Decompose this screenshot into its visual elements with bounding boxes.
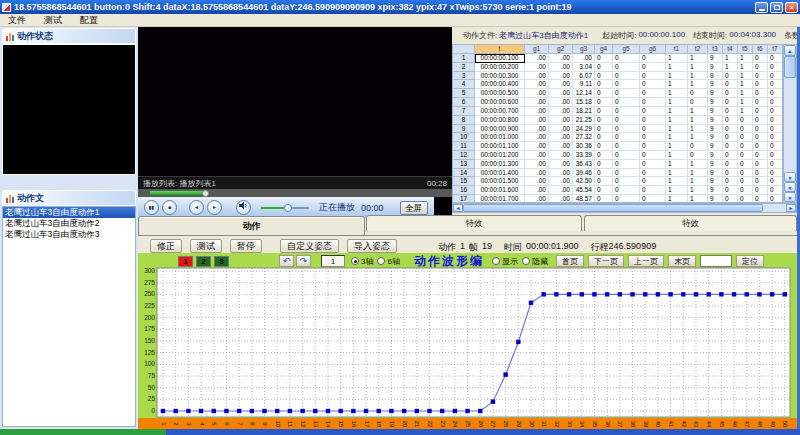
table-cell[interactable]: 0 <box>723 160 738 169</box>
table-cell[interactable]: 0 <box>595 116 613 125</box>
table-cell[interactable]: 00:00:01.500 <box>475 177 525 186</box>
table-cell[interactable]: .00 <box>549 186 573 195</box>
table-cell[interactable]: 0 <box>595 142 613 151</box>
table-cell[interactable]: 0 <box>640 177 666 186</box>
table-cell[interactable]: 00:00:01.300 <box>475 160 525 169</box>
table-cell[interactable]: 1 <box>738 63 753 72</box>
table-cell[interactable]: 0 <box>768 54 783 63</box>
table-cell[interactable]: .00 <box>525 169 549 178</box>
table-cell[interactable]: .00 <box>525 107 549 116</box>
table-cell[interactable]: 16 <box>453 186 475 195</box>
scroll-down-button[interactable]: ▼ <box>784 182 796 192</box>
table-cell[interactable]: 1 <box>738 72 753 81</box>
table-cell[interactable]: 1 <box>688 133 708 142</box>
table-cell[interactable]: 0 <box>738 177 753 186</box>
table-cell[interactable]: 0 <box>738 169 753 178</box>
column-header-t2[interactable]: t2 <box>688 45 708 54</box>
table-cell[interactable]: 1 <box>688 63 708 72</box>
table-cell[interactable]: 30.36 <box>573 142 595 151</box>
table-corner-cell[interactable] <box>453 45 475 54</box>
table-cell[interactable]: 0 <box>753 54 768 63</box>
table-cell[interactable]: 1 <box>688 195 708 203</box>
table-cell[interactable]: 0 <box>753 72 768 81</box>
action-button-0[interactable]: 修正 <box>150 239 182 253</box>
table-cell[interactable]: 48.57 <box>573 195 595 203</box>
scroll-right-button[interactable]: ► <box>786 204 796 212</box>
table-cell[interactable]: 0 <box>753 80 768 89</box>
table-cell[interactable]: 17 <box>453 195 475 203</box>
table-cell[interactable]: 0 <box>768 160 783 169</box>
next-button[interactable]: ► <box>207 200 222 215</box>
table-cell[interactable]: 1 <box>723 63 738 72</box>
table-cell[interactable]: 0 <box>723 195 738 203</box>
table-cell[interactable]: 0 <box>768 98 783 107</box>
table-cell[interactable]: 0 <box>613 72 640 81</box>
table-cell[interactable]: 1 <box>666 63 688 72</box>
table-cell[interactable]: 0 <box>640 142 666 151</box>
table-cell[interactable]: 0 <box>723 142 738 151</box>
table-cell[interactable]: 9 <box>708 89 723 98</box>
table-cell[interactable]: .00 <box>525 89 549 98</box>
table-cell[interactable]: 1 <box>666 80 688 89</box>
table-cell[interactable]: 0 <box>613 116 640 125</box>
table-cell[interactable]: 1 <box>666 133 688 142</box>
table-cell[interactable]: 0 <box>768 195 783 203</box>
table-cell[interactable]: 00:00:01.200 <box>475 151 525 160</box>
table-cell[interactable]: 0 <box>595 177 613 186</box>
table-cell[interactable]: 0 <box>613 80 640 89</box>
table-cell[interactable]: 0 <box>688 151 708 160</box>
table-cell[interactable]: 1 <box>738 54 753 63</box>
table-cell[interactable]: 0 <box>613 107 640 116</box>
table-cell[interactable]: 33.39 <box>573 151 595 160</box>
table-cell[interactable]: 9 <box>708 80 723 89</box>
seek-handle[interactable] <box>202 190 209 197</box>
column-header-t6[interactable]: t6 <box>753 45 768 54</box>
previous-button[interactable]: ◄ <box>189 200 204 215</box>
table-cell[interactable]: 00:00:00.500 <box>475 89 525 98</box>
table-cell[interactable]: 9 <box>708 160 723 169</box>
column-header-t5[interactable]: t5 <box>738 45 753 54</box>
table-cell[interactable]: 1 <box>738 80 753 89</box>
table-cell[interactable]: 00:00:01.000 <box>475 133 525 142</box>
table-cell[interactable]: 0 <box>613 169 640 178</box>
table-cell[interactable]: 8 <box>453 116 475 125</box>
file-list-item-2[interactable]: 老鹰过山车3自由度动作3 <box>3 229 135 240</box>
table-cell[interactable]: 1 <box>738 98 753 107</box>
table-cell[interactable]: 0 <box>768 133 783 142</box>
tab-effects-2[interactable]: 特效 <box>584 215 797 231</box>
table-cell[interactable]: .00 <box>525 133 549 142</box>
menu-item-2[interactable]: 配置 <box>78 14 100 27</box>
table-cell[interactable]: 36.43 <box>573 160 595 169</box>
volume-handle[interactable] <box>284 204 292 212</box>
scroll-down-button[interactable]: ▼ <box>784 192 796 202</box>
axis-radio-1[interactable]: 6轴 <box>377 256 399 267</box>
table-cell[interactable]: 15 <box>453 177 475 186</box>
column-header-g4[interactable]: g4 <box>595 45 613 54</box>
table-cell[interactable]: 0 <box>595 160 613 169</box>
table-cell[interactable]: 0 <box>768 116 783 125</box>
table-cell[interactable]: 0 <box>613 142 640 151</box>
table-cell[interactable]: 0 <box>595 107 613 116</box>
table-cell[interactable]: 0 <box>613 54 640 63</box>
table-cell[interactable]: .00 <box>573 54 595 63</box>
table-cell[interactable]: 0 <box>640 80 666 89</box>
table-cell[interactable]: 0 <box>768 151 783 160</box>
table-cell[interactable]: 1 <box>688 186 708 195</box>
restore-button[interactable] <box>770 2 783 13</box>
table-cell[interactable]: 27.32 <box>573 133 595 142</box>
table-cell[interactable]: 45.54 <box>573 186 595 195</box>
table-cell[interactable]: 1 <box>688 54 708 63</box>
table-cell[interactable]: 0 <box>688 89 708 98</box>
table-cell[interactable]: 0 <box>753 186 768 195</box>
table-cell[interactable]: 0 <box>613 151 640 160</box>
table-cell[interactable]: .00 <box>525 98 549 107</box>
table-cell[interactable]: 9 <box>708 72 723 81</box>
table-cell[interactable]: 0 <box>613 63 640 72</box>
table-cell[interactable]: 0 <box>768 107 783 116</box>
table-cell[interactable]: 1 <box>666 142 688 151</box>
table-cell[interactable]: 0 <box>738 125 753 134</box>
table-cell[interactable]: 1 <box>666 89 688 98</box>
table-cell[interactable]: 0 <box>753 142 768 151</box>
table-cell[interactable]: 9 <box>708 116 723 125</box>
table-cell[interactable]: 0 <box>738 142 753 151</box>
